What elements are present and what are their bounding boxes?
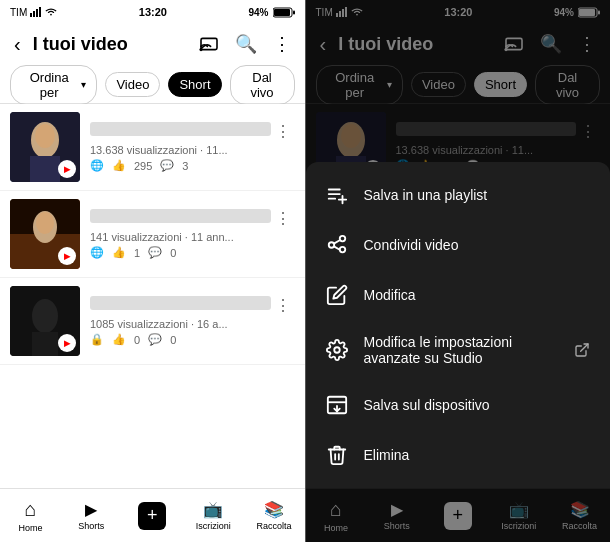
menu-label-delete: Elimina xyxy=(364,447,591,463)
menu-item-delete[interactable]: Elimina xyxy=(306,430,611,480)
right-panel: TIM 13:20 94% ‹ I tuoi vi xyxy=(306,0,611,542)
video-info-3-left: ⋮ 1085 visualizzazioni · 16 a... 🔒 👍 0 💬… xyxy=(90,296,295,346)
video-item-2-left[interactable]: ▶ ⋮ 141 visualizzazioni · 11 ann... 🌐 👍 … xyxy=(0,191,305,278)
shorts-icon-left: ▶ xyxy=(85,500,97,519)
menu-label-playlist: Salva in una playlist xyxy=(364,187,591,203)
svg-point-45 xyxy=(334,347,340,353)
video-info-1-left: ⋮ 13.638 visualizzazioni · 11... 🌐 👍 295… xyxy=(90,122,295,172)
svg-point-18 xyxy=(32,299,58,333)
menu-label-studio: Modifica le impostazioni avanzate su Stu… xyxy=(364,334,559,366)
nav-subscriptions-label-left: Iscrizioni xyxy=(196,521,231,531)
stats-3-left: 1085 visualizzazioni · 16 a... xyxy=(90,318,295,330)
menu-label-edit: Modifica xyxy=(364,287,591,303)
svg-point-8 xyxy=(199,48,202,51)
title-blurred-2-left xyxy=(90,209,271,223)
nav-library-left[interactable]: 📚 Raccolta xyxy=(244,489,305,542)
meta-3-left: 🔒 👍 0 💬 0 xyxy=(90,333,295,346)
sort-filter-left[interactable]: Ordina per ▾ xyxy=(10,65,97,105)
status-bar-left: TIM 13:20 94% xyxy=(0,0,305,22)
nav-subscriptions-left[interactable]: 📺 Iscrizioni xyxy=(183,489,244,542)
comments-count-1: 3 xyxy=(182,160,188,172)
bottom-nav-left: ⌂ Home ▶ Shorts + 📺 Iscrizioni 📚 Raccolt… xyxy=(0,488,305,542)
likes-icon-1: 👍 xyxy=(112,159,126,172)
battery-area-left: 94% xyxy=(248,7,294,18)
home-icon-left: ⌂ xyxy=(24,498,36,521)
svg-rect-0 xyxy=(30,13,32,17)
globe-icon-2: 🌐 xyxy=(90,246,104,259)
short-filter-left[interactable]: Short xyxy=(168,72,221,97)
signal-icon xyxy=(30,7,42,17)
header-left: ‹ I tuoi video 🔍 ⋮ xyxy=(0,22,305,66)
meta-2-left: 🌐 👍 1 💬 0 xyxy=(90,246,295,259)
battery-pct-left: 94% xyxy=(248,7,268,18)
shorts-badge-3-left: ▶ xyxy=(58,334,76,352)
svg-rect-1 xyxy=(33,11,35,17)
svg-rect-12 xyxy=(30,156,60,182)
video-info-2-left: ⋮ 141 visualizzazioni · 11 ann... 🌐 👍 1 … xyxy=(90,209,295,259)
title-row-1-left: ⋮ xyxy=(90,122,295,141)
stats-1-left: 13.638 visualizzazioni · 11... xyxy=(90,144,295,156)
menu-item-playlist[interactable]: Salva in una playlist xyxy=(306,170,611,220)
svg-line-46 xyxy=(581,344,588,351)
back-button-left[interactable]: ‹ xyxy=(10,29,25,60)
svg-rect-2 xyxy=(36,9,38,17)
add-icon-left: + xyxy=(138,502,166,530)
shorts-badge-1-left: ▶ xyxy=(58,160,76,178)
carrier-left: TIM xyxy=(10,7,57,18)
settings-icon xyxy=(326,339,348,361)
nav-add-left[interactable]: + xyxy=(122,489,183,542)
video-list-left: ▶ ⋮ 13.638 visualizzazioni · 11... 🌐 👍 2… xyxy=(0,104,305,488)
svg-line-44 xyxy=(333,240,339,244)
title-blurred-1-left xyxy=(90,122,271,136)
search-button-left[interactable]: 🔍 xyxy=(231,29,261,59)
thumbnail-2-left: ▶ xyxy=(10,199,80,269)
share-icon xyxy=(326,234,348,256)
playlist-add-icon xyxy=(326,184,348,206)
context-menu: Salva in una playlist Condividi video xyxy=(306,162,611,488)
stats-2-left: 141 visualizzazioni · 11 ann... xyxy=(90,231,295,243)
download-icon xyxy=(326,394,348,416)
svg-rect-7 xyxy=(201,38,217,49)
lock-icon-3: 🔒 xyxy=(90,333,104,346)
carrier-text: TIM xyxy=(10,7,27,18)
trash-icon xyxy=(326,444,348,466)
subscriptions-icon-left: 📺 xyxy=(203,500,223,519)
comments-count-3: 0 xyxy=(170,334,176,346)
comments-icon-2: 💬 xyxy=(148,246,162,259)
more-btn-3-left[interactable]: ⋮ xyxy=(271,296,295,315)
likes-count-1: 295 xyxy=(134,160,152,172)
live-filter-left[interactable]: Dal vivo xyxy=(230,65,295,105)
wifi-icon xyxy=(45,7,57,17)
menu-item-edit[interactable]: Modifica xyxy=(306,270,611,320)
more-btn-2-left[interactable]: ⋮ xyxy=(271,209,295,228)
more-header-button-left[interactable]: ⋮ xyxy=(269,29,295,59)
likes-count-3: 0 xyxy=(134,334,140,346)
svg-rect-6 xyxy=(293,10,295,14)
meta-1-left: 🌐 👍 295 💬 3 xyxy=(90,159,295,172)
library-icon-left: 📚 xyxy=(264,500,284,519)
nav-shorts-left[interactable]: ▶ Shorts xyxy=(61,489,122,542)
svg-rect-19 xyxy=(32,332,58,356)
svg-point-11 xyxy=(35,124,55,148)
external-link-icon xyxy=(574,342,590,358)
chevron-icon: ▾ xyxy=(81,79,86,90)
thumbnail-3-left: ▶ xyxy=(10,286,80,356)
page-title-left: I tuoi video xyxy=(33,34,187,55)
video-item-1-left[interactable]: ▶ ⋮ 13.638 visualizzazioni · 11... 🌐 👍 2… xyxy=(0,104,305,191)
battery-icon-left xyxy=(273,7,295,18)
more-btn-1-left[interactable]: ⋮ xyxy=(271,122,295,141)
shorts-badge-2-left: ▶ xyxy=(58,247,76,265)
cast-icon-left xyxy=(199,36,219,52)
cast-button-left[interactable] xyxy=(195,32,223,56)
comments-icon-3: 💬 xyxy=(148,333,162,346)
title-row-2-left: ⋮ xyxy=(90,209,295,228)
menu-item-share[interactable]: Condividi video xyxy=(306,220,611,270)
menu-item-save[interactable]: Salva sul dispositivo xyxy=(306,380,611,430)
comments-count-2: 0 xyxy=(170,247,176,259)
nav-shorts-label-left: Shorts xyxy=(78,521,104,531)
video-filter-left[interactable]: Video xyxy=(105,72,160,97)
title-blurred-3-left xyxy=(90,296,271,310)
menu-item-studio[interactable]: Modifica le impostazioni avanzate su Stu… xyxy=(306,320,611,380)
video-item-3-left[interactable]: ▶ ⋮ 1085 visualizzazioni · 16 a... 🔒 👍 0… xyxy=(0,278,305,365)
nav-home-left[interactable]: ⌂ Home xyxy=(0,489,61,542)
